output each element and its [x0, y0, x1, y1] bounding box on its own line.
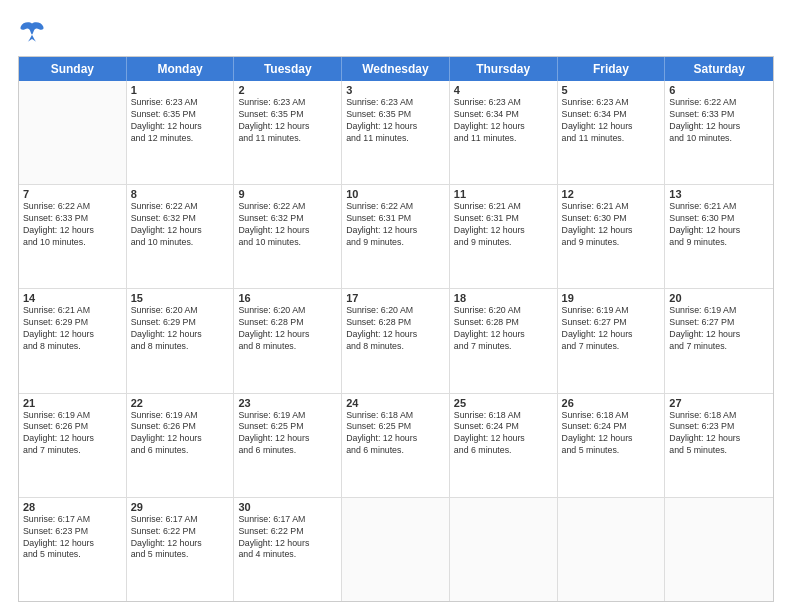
calendar-body: 1Sunrise: 6:23 AM Sunset: 6:35 PM Daylig…	[19, 81, 773, 601]
day-number: 28	[23, 501, 122, 513]
calendar-cell: 9Sunrise: 6:22 AM Sunset: 6:32 PM Daylig…	[234, 185, 342, 288]
calendar-cell-empty	[558, 498, 666, 601]
day-number: 12	[562, 188, 661, 200]
day-info: Sunrise: 6:23 AM Sunset: 6:35 PM Dayligh…	[346, 97, 445, 145]
calendar-cell: 16Sunrise: 6:20 AM Sunset: 6:28 PM Dayli…	[234, 289, 342, 392]
day-info: Sunrise: 6:22 AM Sunset: 6:32 PM Dayligh…	[238, 201, 337, 249]
day-number: 13	[669, 188, 769, 200]
day-info: Sunrise: 6:18 AM Sunset: 6:25 PM Dayligh…	[346, 410, 445, 458]
day-number: 22	[131, 397, 230, 409]
calendar-cell: 29Sunrise: 6:17 AM Sunset: 6:22 PM Dayli…	[127, 498, 235, 601]
calendar-cell-empty	[342, 498, 450, 601]
day-number: 26	[562, 397, 661, 409]
calendar-cell: 4Sunrise: 6:23 AM Sunset: 6:34 PM Daylig…	[450, 81, 558, 184]
calendar-row: 28Sunrise: 6:17 AM Sunset: 6:23 PM Dayli…	[19, 498, 773, 601]
day-info: Sunrise: 6:19 AM Sunset: 6:27 PM Dayligh…	[669, 305, 769, 353]
header	[18, 18, 774, 46]
calendar-cell: 30Sunrise: 6:17 AM Sunset: 6:22 PM Dayli…	[234, 498, 342, 601]
day-info: Sunrise: 6:23 AM Sunset: 6:34 PM Dayligh…	[562, 97, 661, 145]
calendar-row: 7Sunrise: 6:22 AM Sunset: 6:33 PM Daylig…	[19, 185, 773, 289]
day-info: Sunrise: 6:23 AM Sunset: 6:34 PM Dayligh…	[454, 97, 553, 145]
day-number: 25	[454, 397, 553, 409]
day-number: 8	[131, 188, 230, 200]
calendar-cell: 18Sunrise: 6:20 AM Sunset: 6:28 PM Dayli…	[450, 289, 558, 392]
day-info: Sunrise: 6:21 AM Sunset: 6:30 PM Dayligh…	[669, 201, 769, 249]
day-info: Sunrise: 6:20 AM Sunset: 6:29 PM Dayligh…	[131, 305, 230, 353]
calendar: SundayMondayTuesdayWednesdayThursdayFrid…	[18, 56, 774, 602]
day-info: Sunrise: 6:22 AM Sunset: 6:33 PM Dayligh…	[669, 97, 769, 145]
calendar-cell: 22Sunrise: 6:19 AM Sunset: 6:26 PM Dayli…	[127, 394, 235, 497]
calendar-cell: 25Sunrise: 6:18 AM Sunset: 6:24 PM Dayli…	[450, 394, 558, 497]
day-number: 29	[131, 501, 230, 513]
calendar-cell: 28Sunrise: 6:17 AM Sunset: 6:23 PM Dayli…	[19, 498, 127, 601]
day-info: Sunrise: 6:17 AM Sunset: 6:22 PM Dayligh…	[131, 514, 230, 562]
calendar-header: SundayMondayTuesdayWednesdayThursdayFrid…	[19, 57, 773, 81]
calendar-cell: 6Sunrise: 6:22 AM Sunset: 6:33 PM Daylig…	[665, 81, 773, 184]
calendar-cell: 14Sunrise: 6:21 AM Sunset: 6:29 PM Dayli…	[19, 289, 127, 392]
day-number: 17	[346, 292, 445, 304]
weekday-header: Thursday	[450, 57, 558, 81]
calendar-cell-empty	[665, 498, 773, 601]
day-number: 5	[562, 84, 661, 96]
day-info: Sunrise: 6:21 AM Sunset: 6:30 PM Dayligh…	[562, 201, 661, 249]
day-info: Sunrise: 6:20 AM Sunset: 6:28 PM Dayligh…	[238, 305, 337, 353]
calendar-cell: 3Sunrise: 6:23 AM Sunset: 6:35 PM Daylig…	[342, 81, 450, 184]
calendar-cell: 7Sunrise: 6:22 AM Sunset: 6:33 PM Daylig…	[19, 185, 127, 288]
calendar-cell: 8Sunrise: 6:22 AM Sunset: 6:32 PM Daylig…	[127, 185, 235, 288]
day-number: 10	[346, 188, 445, 200]
day-info: Sunrise: 6:19 AM Sunset: 6:26 PM Dayligh…	[131, 410, 230, 458]
day-info: Sunrise: 6:22 AM Sunset: 6:31 PM Dayligh…	[346, 201, 445, 249]
calendar-cell: 27Sunrise: 6:18 AM Sunset: 6:23 PM Dayli…	[665, 394, 773, 497]
weekday-header: Sunday	[19, 57, 127, 81]
calendar-cell-empty	[19, 81, 127, 184]
calendar-cell: 23Sunrise: 6:19 AM Sunset: 6:25 PM Dayli…	[234, 394, 342, 497]
calendar-cell-empty	[450, 498, 558, 601]
day-number: 9	[238, 188, 337, 200]
day-info: Sunrise: 6:22 AM Sunset: 6:33 PM Dayligh…	[23, 201, 122, 249]
day-info: Sunrise: 6:23 AM Sunset: 6:35 PM Dayligh…	[131, 97, 230, 145]
day-info: Sunrise: 6:20 AM Sunset: 6:28 PM Dayligh…	[454, 305, 553, 353]
day-number: 16	[238, 292, 337, 304]
calendar-cell: 21Sunrise: 6:19 AM Sunset: 6:26 PM Dayli…	[19, 394, 127, 497]
calendar-cell: 20Sunrise: 6:19 AM Sunset: 6:27 PM Dayli…	[665, 289, 773, 392]
day-number: 21	[23, 397, 122, 409]
weekday-header: Tuesday	[234, 57, 342, 81]
day-number: 20	[669, 292, 769, 304]
day-info: Sunrise: 6:20 AM Sunset: 6:28 PM Dayligh…	[346, 305, 445, 353]
day-number: 14	[23, 292, 122, 304]
day-info: Sunrise: 6:17 AM Sunset: 6:23 PM Dayligh…	[23, 514, 122, 562]
day-info: Sunrise: 6:21 AM Sunset: 6:31 PM Dayligh…	[454, 201, 553, 249]
page: SundayMondayTuesdayWednesdayThursdayFrid…	[0, 0, 792, 612]
day-number: 11	[454, 188, 553, 200]
day-number: 23	[238, 397, 337, 409]
day-info: Sunrise: 6:23 AM Sunset: 6:35 PM Dayligh…	[238, 97, 337, 145]
day-info: Sunrise: 6:22 AM Sunset: 6:32 PM Dayligh…	[131, 201, 230, 249]
day-info: Sunrise: 6:17 AM Sunset: 6:22 PM Dayligh…	[238, 514, 337, 562]
calendar-cell: 17Sunrise: 6:20 AM Sunset: 6:28 PM Dayli…	[342, 289, 450, 392]
day-number: 27	[669, 397, 769, 409]
day-number: 6	[669, 84, 769, 96]
weekday-header: Monday	[127, 57, 235, 81]
logo-icon	[18, 18, 46, 46]
calendar-cell: 24Sunrise: 6:18 AM Sunset: 6:25 PM Dayli…	[342, 394, 450, 497]
day-number: 2	[238, 84, 337, 96]
day-info: Sunrise: 6:19 AM Sunset: 6:27 PM Dayligh…	[562, 305, 661, 353]
calendar-cell: 12Sunrise: 6:21 AM Sunset: 6:30 PM Dayli…	[558, 185, 666, 288]
day-number: 4	[454, 84, 553, 96]
calendar-cell: 5Sunrise: 6:23 AM Sunset: 6:34 PM Daylig…	[558, 81, 666, 184]
calendar-cell: 2Sunrise: 6:23 AM Sunset: 6:35 PM Daylig…	[234, 81, 342, 184]
calendar-row: 14Sunrise: 6:21 AM Sunset: 6:29 PM Dayli…	[19, 289, 773, 393]
weekday-header: Wednesday	[342, 57, 450, 81]
day-info: Sunrise: 6:21 AM Sunset: 6:29 PM Dayligh…	[23, 305, 122, 353]
weekday-header: Saturday	[665, 57, 773, 81]
day-number: 1	[131, 84, 230, 96]
calendar-cell: 11Sunrise: 6:21 AM Sunset: 6:31 PM Dayli…	[450, 185, 558, 288]
day-info: Sunrise: 6:18 AM Sunset: 6:24 PM Dayligh…	[562, 410, 661, 458]
day-number: 3	[346, 84, 445, 96]
calendar-row: 1Sunrise: 6:23 AM Sunset: 6:35 PM Daylig…	[19, 81, 773, 185]
calendar-row: 21Sunrise: 6:19 AM Sunset: 6:26 PM Dayli…	[19, 394, 773, 498]
day-number: 30	[238, 501, 337, 513]
day-number: 15	[131, 292, 230, 304]
calendar-cell: 1Sunrise: 6:23 AM Sunset: 6:35 PM Daylig…	[127, 81, 235, 184]
calendar-cell: 15Sunrise: 6:20 AM Sunset: 6:29 PM Dayli…	[127, 289, 235, 392]
